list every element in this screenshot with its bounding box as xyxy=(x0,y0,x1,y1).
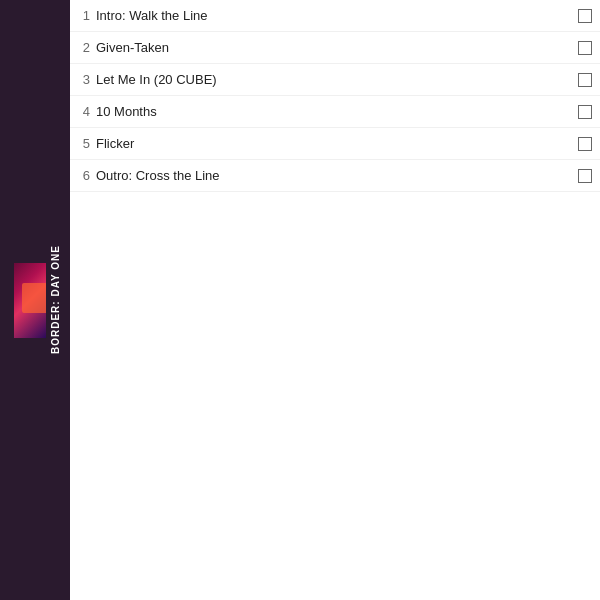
track-number: 6 xyxy=(74,168,90,183)
track-number: 4 xyxy=(74,104,90,119)
track-title: Outro: Cross the Line xyxy=(96,168,572,183)
album-section-border-day-one: BORDER: DAY ONE1Intro: Walk the Line2Giv… xyxy=(0,0,600,600)
track-row: 5Flicker xyxy=(70,128,600,160)
track-row: 3Let Me In (20 CUBE) xyxy=(70,64,600,96)
track-row: 410 Months xyxy=(70,96,600,128)
tracks-area-border-day-one: 1Intro: Walk the Line2Given-Taken3Let Me… xyxy=(70,0,600,600)
track-checkbox[interactable] xyxy=(578,9,592,23)
album-cover-border-day-one: BORDER: DAY ONE xyxy=(0,0,70,600)
track-checkbox[interactable] xyxy=(578,73,592,87)
track-title: Intro: Walk the Line xyxy=(96,8,572,23)
track-title: Given-Taken xyxy=(96,40,572,55)
track-checkbox[interactable] xyxy=(578,105,592,119)
track-number: 3 xyxy=(74,72,90,87)
track-number: 2 xyxy=(74,40,90,55)
track-title: Flicker xyxy=(96,136,572,151)
track-checkbox[interactable] xyxy=(578,137,592,151)
track-row: 2Given-Taken xyxy=(70,32,600,64)
track-checkbox[interactable] xyxy=(578,169,592,183)
track-checkbox[interactable] xyxy=(578,41,592,55)
track-title: Let Me In (20 CUBE) xyxy=(96,72,572,87)
track-row: 1Intro: Walk the Line xyxy=(70,0,600,32)
main-container: BORDER: DAY ONE1Intro: Walk the Line2Giv… xyxy=(0,0,600,600)
track-number: 1 xyxy=(74,8,90,23)
album-label-border-day-one: BORDER: DAY ONE xyxy=(50,0,61,600)
track-number: 5 xyxy=(74,136,90,151)
track-row: 6Outro: Cross the Line xyxy=(70,160,600,192)
album-art-border-day-one xyxy=(14,263,46,338)
track-title: 10 Months xyxy=(96,104,572,119)
